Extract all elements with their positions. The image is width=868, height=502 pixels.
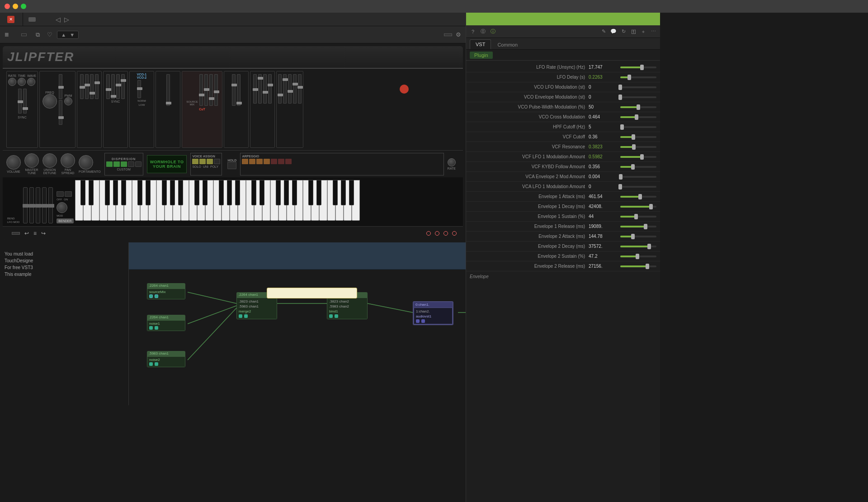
black-key[interactable] (316, 180, 321, 205)
black-key[interactable] (170, 180, 175, 205)
bend-slider-2[interactable] (29, 187, 34, 223)
vco-mod-slider-2[interactable] (59, 100, 62, 125)
black-key[interactable] (251, 180, 256, 205)
vco1-range-slider[interactable] (85, 74, 89, 99)
arp-led-4[interactable] (264, 159, 270, 164)
param-slider-handle[interactable] (631, 164, 635, 170)
param-slider[interactable] (620, 206, 656, 208)
param-slider-handle[interactable] (631, 234, 635, 239)
param-slider[interactable] (620, 136, 656, 138)
black-key[interactable] (308, 180, 313, 205)
lfo-slider-2[interactable] (23, 89, 27, 114)
play-fwd-icon[interactable]: ↪ (41, 230, 46, 237)
vco2-slider-4[interactable] (121, 74, 125, 99)
hpf-slider[interactable] (166, 74, 170, 106)
arp-led-6[interactable] (278, 159, 284, 164)
param-slider[interactable] (620, 256, 656, 257)
arturia-close-icon[interactable] (400, 85, 409, 94)
black-key[interactable] (89, 180, 94, 205)
bookmark-icon[interactable]: ⧉ (36, 31, 40, 38)
env2-flw-slider[interactable] (298, 74, 302, 104)
arp-led-3[interactable] (256, 159, 263, 164)
vco-freq-knob[interactable] (42, 94, 57, 109)
lfo-slider-1[interactable] (18, 89, 22, 114)
param-slider-handle[interactable] (640, 65, 644, 70)
master-tune-knob[interactable] (24, 153, 39, 168)
vco1-cross-slider[interactable] (80, 74, 84, 99)
preset-prev-icon[interactable]: ▲ (61, 32, 66, 38)
param-slider-handle[interactable] (620, 124, 624, 130)
audiovst1-node[interactable]: 0:chan1. 1:chan2. audiovst1 (413, 301, 453, 325)
env2-a-slider[interactable] (278, 74, 282, 104)
black-key[interactable] (259, 180, 264, 205)
param-slider[interactable] (620, 236, 656, 237)
param-slider-handle[interactable] (640, 154, 644, 160)
black-key[interactable] (105, 180, 110, 205)
vco2-slider-1[interactable] (106, 74, 110, 99)
black-key[interactable] (219, 180, 224, 205)
vcf-flw-slider[interactable] (214, 74, 218, 106)
voice-led-4[interactable] (214, 159, 220, 164)
vca-lvl-slider[interactable] (232, 74, 236, 106)
param-slider-handle[interactable] (637, 104, 640, 110)
black-key[interactable] (146, 180, 151, 205)
env1-a-slider[interactable] (253, 74, 257, 104)
bend-slider-4[interactable] (42, 187, 47, 223)
disp-led-5[interactable] (135, 161, 142, 167)
disp-led-3[interactable] (121, 161, 127, 167)
vco1-wave-slider[interactable] (90, 74, 94, 99)
info-icon[interactable]: ⓘ (489, 28, 497, 36)
disp-led-4[interactable] (128, 161, 134, 167)
black-key[interactable] (137, 180, 142, 205)
param-slider[interactable] (620, 76, 656, 78)
param-slider-handle[interactable] (646, 264, 649, 269)
mod-bender-knob[interactable] (57, 202, 67, 213)
last-button[interactable] (12, 232, 20, 235)
black-key[interactable] (333, 180, 338, 205)
black-key[interactable] (276, 180, 281, 205)
env2-s-slider[interactable] (288, 74, 292, 104)
black-key[interactable] (292, 180, 297, 205)
disp-led-2[interactable] (113, 161, 120, 167)
pan-knob[interactable] (61, 153, 75, 168)
param-slider-handle[interactable] (644, 224, 647, 229)
param-slider-handle[interactable] (649, 204, 653, 209)
param-slider[interactable] (620, 156, 656, 158)
vco-pwm-knob[interactable] (64, 97, 72, 105)
movement-option[interactable] (452, 231, 458, 236)
env2-d-slider[interactable] (283, 74, 287, 104)
param-slider-handle[interactable] (618, 95, 622, 100)
param-slider-handle[interactable] (627, 75, 631, 80)
vco2-slider-2[interactable] (111, 74, 115, 99)
param-slider[interactable] (620, 86, 656, 88)
param-slider-handle[interactable] (647, 244, 651, 249)
lfo-rate-knob[interactable] (8, 78, 16, 86)
black-key[interactable] (121, 180, 126, 205)
close-button[interactable] (5, 4, 10, 9)
env1-r-slider[interactable] (268, 74, 272, 104)
param-slider[interactable] (620, 196, 656, 198)
switch-on-btn[interactable] (65, 191, 72, 197)
settings-icon[interactable]: ⚙ (456, 31, 461, 38)
param-slider[interactable] (620, 265, 656, 267)
black-key[interactable] (341, 180, 346, 205)
nav-back-icon[interactable]: ◁ (54, 16, 62, 23)
black-key[interactable] (178, 180, 183, 205)
param-slider-handle[interactable] (618, 184, 622, 189)
subtab-plugin[interactable]: Plugin (470, 52, 493, 59)
param-slider[interactable] (620, 246, 656, 247)
black-key[interactable] (113, 180, 118, 205)
param-slider[interactable] (620, 66, 656, 68)
noise1-node[interactable]: .2264 chan1 noise1 (147, 315, 185, 331)
param-slider[interactable] (620, 166, 656, 168)
param-slider-handle[interactable] (619, 174, 623, 180)
voice-led-2[interactable] (199, 159, 206, 164)
advanced-button[interactable] (444, 33, 452, 36)
vco1-range2-slider[interactable] (95, 74, 99, 99)
param-slider[interactable] (620, 106, 656, 108)
heart-icon[interactable]: ♡ (47, 31, 52, 38)
noise2-node[interactable]: .5983 chan1 noise2 (147, 351, 185, 367)
wiki-close-icon[interactable]: ✕ (7, 16, 14, 23)
preset-next-icon[interactable]: ▼ (70, 32, 75, 38)
param-slider[interactable] (620, 116, 656, 118)
